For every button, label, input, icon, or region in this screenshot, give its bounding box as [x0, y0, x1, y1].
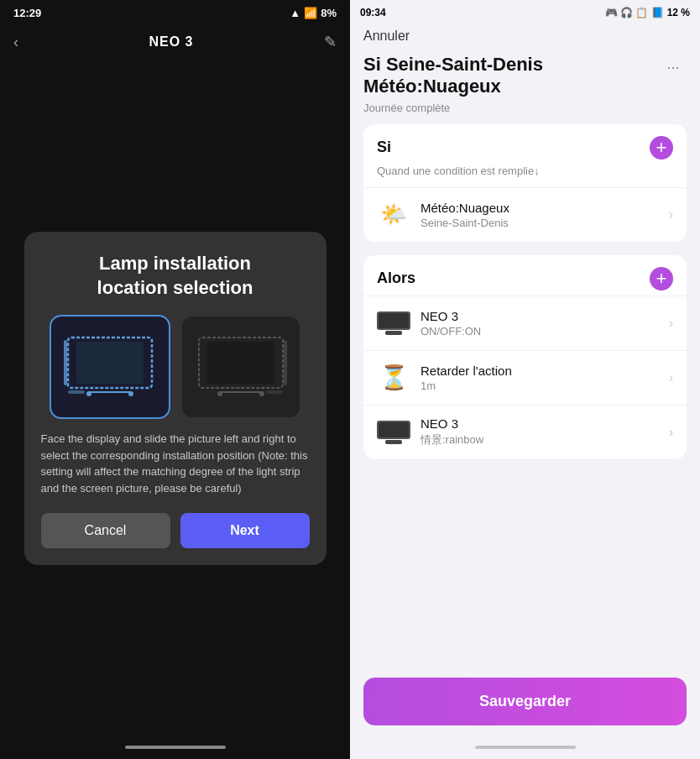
- svg-rect-15: [379, 313, 409, 328]
- automation-title: Si Seine-Saint-Denis Météo:Nuageux: [363, 54, 543, 98]
- svg-rect-19: [385, 440, 402, 444]
- weather-icon: 🌤️: [377, 198, 410, 232]
- hourglass-icon: ⏳: [377, 361, 410, 395]
- si-subtitle: Quand une condition est remplie↓: [363, 165, 687, 187]
- action-sub-2: 情景:rainbow: [421, 432, 669, 448]
- wifi-icon: ▲: [290, 7, 300, 19]
- dialog-description: Face the display and slide the picture l…: [41, 431, 310, 496]
- alors-section: Alors + NEO 3 ON/OFF:ON ›: [363, 255, 687, 459]
- action-item-2[interactable]: NEO 3 情景:rainbow ›: [363, 405, 687, 459]
- svg-point-10: [217, 391, 222, 396]
- action-item-0[interactable]: NEO 3 ON/OFF:ON ›: [363, 296, 687, 350]
- svg-rect-16: [385, 331, 402, 335]
- si-section-header: Si +: [363, 124, 687, 165]
- cancel-button[interactable]: Annuler: [363, 29, 687, 44]
- action-sub-0: ON/OFF:ON: [421, 325, 669, 338]
- right-header: Annuler Si Seine-Saint-Denis Météo:Nuage…: [350, 25, 700, 124]
- svg-point-11: [259, 391, 264, 396]
- battery-icon: 8%: [321, 7, 337, 19]
- more-options-button[interactable]: ···: [660, 54, 687, 81]
- tv-options: [51, 317, 300, 417]
- lamp-dialog: Lamp installation location selection: [24, 232, 326, 565]
- right-panel: 09:34 🎮 🎧 📋 📘 12 % Annuler Si Seine-Sain…: [350, 0, 700, 759]
- right-icons: 🎮 🎧 📋 📘: [605, 7, 664, 18]
- svg-rect-1: [76, 342, 144, 384]
- chevron-right-icon-2: ›: [669, 425, 673, 440]
- right-bottom-bar: [350, 739, 700, 759]
- svg-rect-13: [266, 390, 283, 394]
- alors-title: Alors: [377, 270, 415, 287]
- automation-subtitle: Journée complète: [363, 102, 543, 114]
- chevron-right-icon: ›: [669, 207, 673, 222]
- neo3-icon-2: [377, 416, 410, 449]
- tv-left-icon: [64, 333, 156, 400]
- right-status-icons: 🎮 🎧 📋 📘 12 %: [605, 7, 690, 18]
- save-button[interactable]: Sauvegarder: [363, 678, 687, 725]
- alors-add-button[interactable]: +: [650, 267, 673, 291]
- left-header: ‹ NEO 3 ✎: [0, 26, 350, 58]
- action-sub-1: 1m: [421, 380, 669, 392]
- right-battery: 12 %: [667, 7, 690, 18]
- left-content: Lamp installation location selection: [0, 58, 350, 739]
- action-name-0: NEO 3: [421, 309, 669, 323]
- action-name-1: Retarder l'action: [421, 364, 669, 378]
- chevron-right-icon-0: ›: [669, 316, 673, 331]
- right-scroll-area: Si + Quand une condition est remplie↓ 🌤️…: [350, 124, 700, 671]
- dialog-title: Lamp installation location selection: [97, 252, 253, 300]
- condition-sub: Seine-Saint-Denis: [421, 217, 669, 229]
- left-status-icons: ▲ 📶 8%: [290, 7, 337, 19]
- right-time: 09:34: [360, 7, 386, 18]
- left-time: 12:29: [13, 7, 41, 19]
- tv-right-icon: [195, 333, 287, 400]
- edit-icon[interactable]: ✎: [324, 33, 337, 51]
- tv-option-right[interactable]: [182, 317, 300, 417]
- right-home-indicator: [475, 746, 576, 749]
- back-icon[interactable]: ‹: [13, 34, 18, 51]
- action-item-1[interactable]: ⏳ Retarder l'action 1m ›: [363, 350, 687, 405]
- left-status-bar: 12:29 ▲ 📶 8%: [0, 0, 350, 26]
- signal-icon: 📶: [304, 7, 317, 19]
- svg-rect-18: [379, 422, 409, 437]
- tv-option-left[interactable]: [51, 317, 169, 417]
- left-page-title: NEO 3: [149, 34, 193, 50]
- left-bottom-bar: [0, 739, 350, 759]
- si-title: Si: [377, 139, 391, 156]
- right-status-bar: 09:34 🎮 🎧 📋 📘 12 %: [350, 0, 700, 25]
- svg-point-4: [128, 391, 133, 396]
- svg-rect-6: [68, 390, 85, 394]
- next-button[interactable]: Next: [180, 513, 310, 548]
- neo3-icon-0: [377, 306, 410, 340]
- svg-rect-8: [207, 342, 274, 384]
- svg-rect-5: [64, 340, 67, 385]
- cancel-button[interactable]: Cancel: [41, 513, 170, 548]
- left-panel: 12:29 ▲ 📶 8% ‹ NEO 3 ✎ Lamp installation…: [0, 0, 350, 759]
- svg-point-3: [86, 391, 91, 396]
- svg-rect-12: [284, 340, 287, 385]
- condition-name: Météo:Nuageux: [421, 201, 669, 215]
- action-name-2: NEO 3: [421, 416, 669, 431]
- alors-section-header: Alors +: [363, 255, 687, 296]
- dialog-buttons: Cancel Next: [41, 513, 310, 548]
- si-add-button[interactable]: +: [650, 136, 673, 160]
- home-indicator: [125, 746, 226, 749]
- si-section: Si + Quand une condition est remplie↓ 🌤️…: [363, 124, 687, 242]
- condition-item[interactable]: 🌤️ Météo:Nuageux Seine-Saint-Denis ›: [363, 187, 687, 242]
- chevron-right-icon-1: ›: [669, 370, 673, 385]
